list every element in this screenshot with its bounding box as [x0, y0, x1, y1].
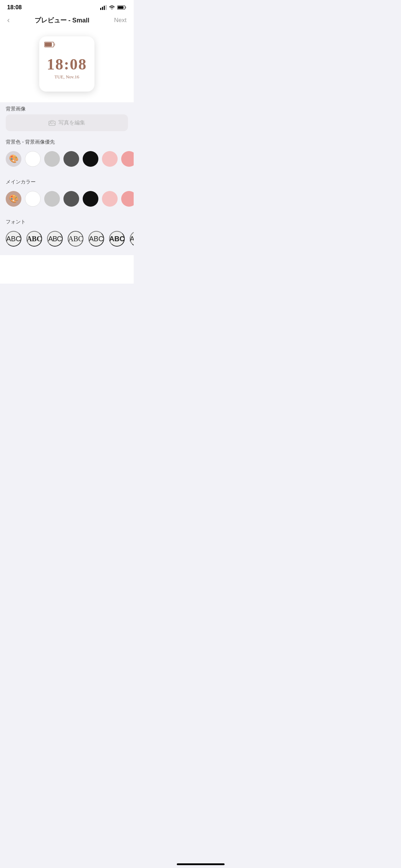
widget-date: TUE, Nov.16 — [55, 74, 79, 80]
bottom-space — [0, 255, 134, 284]
font-condensed[interactable]: ABC — [47, 231, 63, 247]
svg-rect-5 — [125, 7, 127, 9]
font-selected[interactable]: ABC — [68, 231, 83, 247]
main-color-white[interactable] — [25, 191, 41, 207]
font-normal[interactable]: ABC — [88, 231, 104, 247]
back-button[interactable]: ‹ — [7, 16, 10, 25]
font-bold-serif[interactable]: ABC — [26, 231, 42, 247]
bg-color-lightgray[interactable] — [44, 151, 60, 167]
main-color-lightpink[interactable] — [102, 191, 118, 207]
widget-time: 18:08 — [47, 55, 87, 73]
widget-battery-icon — [44, 41, 56, 48]
svg-rect-6 — [118, 6, 124, 9]
font-heavy[interactable]: ABC — [109, 231, 125, 247]
main-color-row: 🎨 — [0, 187, 134, 210]
svg-rect-0 — [100, 8, 101, 10]
photo-edit-button[interactable]: 写真を編集 — [6, 114, 128, 131]
status-icons — [100, 5, 127, 10]
font-section-header: フォント — [0, 215, 134, 227]
preview-area: 18:08 TUE, Nov.16 — [0, 29, 134, 102]
main-color-section: 🎨 — [0, 187, 134, 215]
wifi-icon — [109, 5, 115, 10]
background-color-row: 🎨 — [0, 148, 134, 170]
bg-color-darkgray[interactable] — [63, 151, 79, 167]
photo-icon — [48, 120, 56, 126]
background-color-section-header: 背景色 - 背景画像優先 — [0, 135, 134, 148]
font-thin[interactable]: ABC — [6, 231, 21, 247]
font-wide[interactable]: ABC — [130, 231, 134, 247]
widget-card: 18:08 TUE, Nov.16 — [39, 36, 94, 92]
photo-button-label: 写真を編集 — [58, 119, 85, 126]
svg-rect-9 — [45, 43, 52, 47]
font-row: ABC ABC ABC ABC ABC ABC ABC 🅰 — [0, 227, 134, 250]
background-color-section: 🎨 — [0, 148, 134, 175]
main-palette-button[interactable]: 🎨 — [6, 191, 21, 207]
main-color-lightgray[interactable] — [44, 191, 60, 207]
bg-color-white[interactable] — [25, 151, 41, 167]
main-color-section-header: メインカラー — [0, 175, 134, 187]
bg-color-black[interactable] — [83, 151, 98, 167]
background-image-section-header: 背景画像 — [0, 102, 134, 114]
background-palette-button[interactable]: 🎨 — [6, 151, 21, 167]
svg-point-11 — [50, 122, 51, 123]
svg-rect-1 — [102, 7, 103, 10]
font-section: ABC ABC ABC ABC ABC ABC ABC 🅰 — [0, 227, 134, 255]
status-bar: 18:08 — [0, 0, 134, 13]
main-color-pink[interactable] — [121, 191, 134, 207]
bg-color-pink[interactable] — [121, 151, 134, 167]
status-time: 18:08 — [7, 4, 22, 11]
signal-icon — [100, 5, 107, 10]
battery-icon — [117, 5, 127, 10]
svg-rect-8 — [54, 43, 55, 46]
svg-rect-3 — [106, 5, 107, 10]
nav-title: プレビュー - Small — [35, 16, 89, 25]
next-button[interactable]: Next — [114, 17, 127, 24]
svg-rect-12 — [51, 120, 53, 121]
svg-rect-2 — [104, 6, 105, 10]
bg-color-lightpink[interactable] — [102, 151, 118, 167]
nav-bar: ‹ プレビュー - Small Next — [0, 13, 134, 29]
main-color-black[interactable] — [83, 191, 98, 207]
photo-button-area: 写真を編集 — [0, 114, 134, 135]
main-color-darkgray[interactable] — [63, 191, 79, 207]
